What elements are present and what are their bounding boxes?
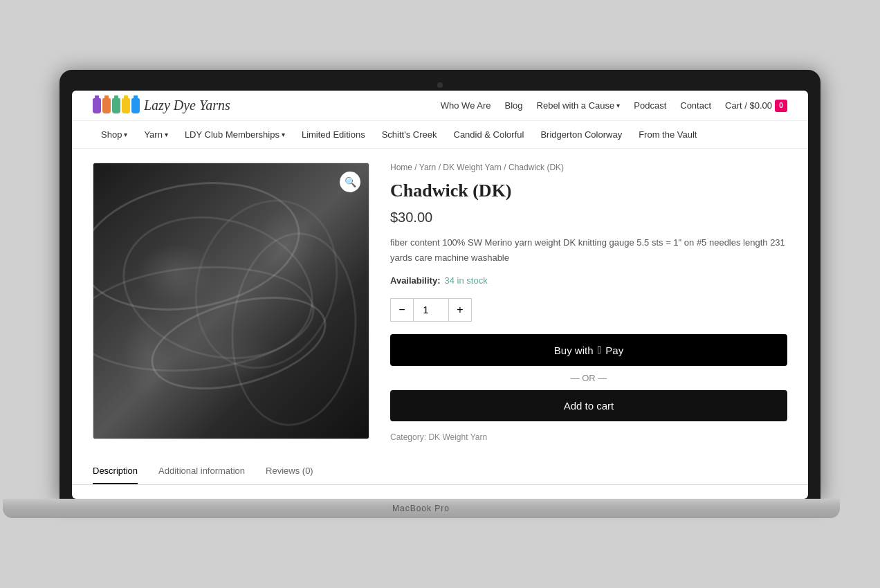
camera-dot (437, 82, 443, 88)
nav-shop[interactable]: Shop ▾ (93, 121, 136, 148)
tab-reviews[interactable]: Reviews (0) (266, 459, 313, 484)
cart-button[interactable]: Cart / $0.00 0 (725, 100, 787, 112)
buy-with-label: Buy with (554, 344, 594, 356)
product-image (93, 163, 369, 439)
laptop-base: MacBook Pro (3, 499, 840, 518)
image-zoom-button[interactable]: 🔍 (340, 172, 360, 192)
product-tabs-bar: Description Additional information Revie… (72, 459, 808, 485)
nav-bridgerton[interactable]: Bridgerton Colorway (532, 121, 630, 148)
availability-label: Availability: (390, 275, 440, 286)
logo-text: Lazy Dye Yarns (144, 98, 230, 113)
bottle-purple (93, 98, 101, 113)
bottle-blue (131, 98, 140, 113)
logo-bottles (93, 98, 140, 113)
nav-rebel-with-cause[interactable]: Rebel with a Cause ▾ (537, 100, 621, 111)
ldy-chevron-icon: ▾ (282, 131, 285, 138)
nav-schitts-creek[interactable]: Schitt's Creek (374, 121, 446, 148)
or-divider: — OR — (390, 373, 787, 383)
breadcrumb: Home / Yarn / DK Weight Yarn / Chadwick … (390, 163, 787, 172)
tab-additional-info[interactable]: Additional information (158, 459, 245, 484)
stock-status: 34 in stock (444, 275, 487, 286)
category-link[interactable]: DK Weight Yarn (428, 432, 487, 442)
main-content: 🔍 Home / Yarn / DK Weight Yarn / Chadwic… (72, 149, 808, 456)
quantity-input[interactable] (414, 298, 448, 322)
laptop-container: Lazy Dye Yarns Who We Are Blog Rebel wit… (59, 70, 821, 518)
category-row: Category: DK Weight Yarn (390, 432, 787, 442)
nav-yarn[interactable]: Yarn ▾ (136, 121, 176, 148)
nav-ldy-club[interactable]: LDY Club Memberships ▾ (176, 121, 293, 148)
breadcrumb-current: Chadwick (DK) (508, 163, 564, 172)
product-title: Chadwick (DK) (390, 181, 787, 201)
nav-blog[interactable]: Blog (505, 100, 523, 111)
bottle-orange (102, 98, 111, 113)
pay-label: Pay (605, 344, 623, 356)
bottle-green (112, 98, 120, 113)
apple-logo-icon:  (598, 344, 602, 356)
nav-from-vault[interactable]: From the Vault (630, 121, 705, 148)
quantity-row: − + (390, 298, 787, 322)
breadcrumb-dk-weight[interactable]: DK Weight Yarn (443, 163, 502, 172)
product-image-wrapper: 🔍 (93, 163, 369, 439)
product-price: $30.00 (390, 210, 787, 226)
screen-bezel: Lazy Dye Yarns Who We Are Blog Rebel wit… (59, 70, 821, 499)
macbook-label: MacBook Pro (392, 504, 450, 513)
availability-row: Availability: 34 in stock (390, 275, 787, 286)
product-image-area: 🔍 (93, 163, 369, 442)
buy-with-apple-pay-button[interactable]: Buy with  Pay (390, 334, 787, 366)
breadcrumb-yarn[interactable]: Yarn (419, 163, 436, 172)
product-description: fiber content 100% SW Merino yarn weight… (390, 235, 787, 266)
quantity-decrease-button[interactable]: − (390, 298, 414, 322)
quantity-increase-button[interactable]: + (448, 298, 472, 322)
rebel-chevron-icon: ▾ (616, 102, 620, 109)
browser-screen: Lazy Dye Yarns Who We Are Blog Rebel wit… (72, 91, 808, 499)
nav-podcast[interactable]: Podcast (634, 100, 666, 111)
top-nav: Who We Are Blog Rebel with a Cause ▾ Pod… (441, 100, 787, 112)
nav-who-we-are[interactable]: Who We Are (441, 100, 491, 111)
magnify-icon: 🔍 (345, 176, 356, 187)
bottle-yellow (122, 98, 130, 113)
shop-chevron-icon: ▾ (124, 131, 127, 138)
cart-count-badge: 0 (775, 100, 787, 112)
site-header: Lazy Dye Yarns Who We Are Blog Rebel wit… (72, 91, 808, 121)
product-info-panel: Home / Yarn / DK Weight Yarn / Chadwick … (390, 163, 787, 442)
tab-description[interactable]: Description (93, 459, 138, 484)
breadcrumb-home[interactable]: Home (390, 163, 412, 172)
secondary-nav: Shop ▾ Yarn ▾ LDY Club Memberships ▾ Lim… (72, 121, 808, 149)
category-label: Category: (390, 432, 426, 442)
nav-limited-editions[interactable]: Limited Editions (293, 121, 374, 148)
nav-candid-colorful[interactable]: Candid & Colorful (446, 121, 533, 148)
logo-area: Lazy Dye Yarns (93, 98, 230, 113)
add-to-cart-button[interactable]: Add to cart (390, 390, 787, 421)
nav-contact[interactable]: Contact (680, 100, 711, 111)
yarn-chevron-icon: ▾ (165, 131, 168, 138)
